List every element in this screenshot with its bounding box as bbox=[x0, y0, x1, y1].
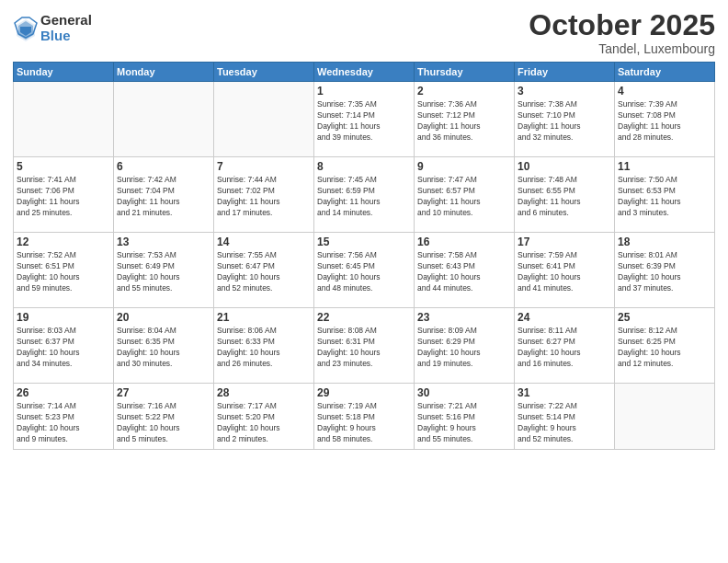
table-row: 13Sunrise: 7:53 AM Sunset: 6:49 PM Dayli… bbox=[114, 233, 214, 308]
day-number: 7 bbox=[217, 160, 311, 173]
day-number: 3 bbox=[518, 85, 611, 98]
table-row: 6Sunrise: 7:42 AM Sunset: 7:04 PM Daylig… bbox=[114, 157, 214, 233]
day-number: 17 bbox=[518, 236, 611, 248]
col-tuesday: Tuesday bbox=[214, 63, 314, 82]
day-number: 10 bbox=[518, 160, 611, 173]
day-number: 29 bbox=[317, 386, 411, 399]
day-info: Sunrise: 7:58 AM Sunset: 6:43 PM Dayligh… bbox=[417, 250, 511, 294]
day-number: 24 bbox=[518, 311, 611, 324]
day-info: Sunrise: 7:41 AM Sunset: 7:06 PM Dayligh… bbox=[17, 175, 110, 219]
day-number: 1 bbox=[317, 85, 411, 98]
table-row bbox=[615, 384, 715, 450]
day-info: Sunrise: 7:59 AM Sunset: 6:41 PM Dayligh… bbox=[518, 250, 611, 294]
day-number: 20 bbox=[117, 311, 210, 324]
day-info: Sunrise: 8:06 AM Sunset: 6:33 PM Dayligh… bbox=[217, 326, 311, 370]
table-row: 19Sunrise: 8:03 AM Sunset: 6:37 PM Dayli… bbox=[14, 308, 114, 384]
page-container: General Blue October 2025 Tandel, Luxemb… bbox=[0, 0, 728, 563]
table-row: 12Sunrise: 7:52 AM Sunset: 6:51 PM Dayli… bbox=[14, 233, 114, 308]
day-number: 15 bbox=[317, 236, 411, 248]
day-info: Sunrise: 7:38 AM Sunset: 7:10 PM Dayligh… bbox=[518, 99, 611, 144]
day-info: Sunrise: 7:52 AM Sunset: 6:51 PM Dayligh… bbox=[17, 250, 110, 294]
day-number: 16 bbox=[417, 236, 511, 248]
table-row: 10Sunrise: 7:48 AM Sunset: 6:55 PM Dayli… bbox=[515, 157, 615, 233]
table-row: 4Sunrise: 7:39 AM Sunset: 7:08 PM Daylig… bbox=[615, 82, 715, 157]
day-info: Sunrise: 7:50 AM Sunset: 6:53 PM Dayligh… bbox=[618, 175, 711, 219]
logo-text: General Blue bbox=[40, 13, 92, 43]
day-info: Sunrise: 8:12 AM Sunset: 6:25 PM Dayligh… bbox=[618, 326, 711, 370]
day-number: 12 bbox=[17, 236, 110, 248]
logo-blue-text: Blue bbox=[40, 29, 92, 44]
table-row bbox=[14, 82, 114, 157]
table-row bbox=[114, 82, 214, 157]
day-number: 31 bbox=[518, 386, 611, 399]
day-info: Sunrise: 8:03 AM Sunset: 6:37 PM Dayligh… bbox=[17, 326, 110, 370]
day-number: 23 bbox=[417, 311, 511, 324]
table-row: 8Sunrise: 7:45 AM Sunset: 6:59 PM Daylig… bbox=[314, 157, 415, 233]
day-info: Sunrise: 7:22 AM Sunset: 5:14 PM Dayligh… bbox=[518, 401, 611, 445]
day-info: Sunrise: 7:47 AM Sunset: 6:57 PM Dayligh… bbox=[417, 175, 511, 219]
title-block: October 2025 Tandel, Luxembourg bbox=[529, 9, 715, 56]
table-row: 26Sunrise: 7:14 AM Sunset: 5:23 PM Dayli… bbox=[14, 384, 114, 450]
day-info: Sunrise: 7:16 AM Sunset: 5:22 PM Dayligh… bbox=[117, 401, 210, 445]
day-number: 14 bbox=[217, 236, 311, 248]
day-number: 9 bbox=[417, 160, 511, 173]
table-row: 9Sunrise: 7:47 AM Sunset: 6:57 PM Daylig… bbox=[415, 157, 515, 233]
day-number: 11 bbox=[618, 160, 711, 173]
location: Tandel, Luxembourg bbox=[529, 41, 715, 56]
day-number: 21 bbox=[217, 311, 311, 324]
table-row bbox=[214, 82, 314, 157]
table-row: 27Sunrise: 7:16 AM Sunset: 5:22 PM Dayli… bbox=[114, 384, 214, 450]
table-row: 23Sunrise: 8:09 AM Sunset: 6:29 PM Dayli… bbox=[415, 308, 515, 384]
table-row: 24Sunrise: 8:11 AM Sunset: 6:27 PM Dayli… bbox=[515, 308, 615, 384]
table-row: 14Sunrise: 7:55 AM Sunset: 6:47 PM Dayli… bbox=[214, 233, 314, 308]
table-row: 2Sunrise: 7:36 AM Sunset: 7:12 PM Daylig… bbox=[415, 82, 515, 157]
day-number: 8 bbox=[317, 160, 411, 173]
day-info: Sunrise: 7:48 AM Sunset: 6:55 PM Dayligh… bbox=[518, 175, 611, 219]
day-info: Sunrise: 7:21 AM Sunset: 5:16 PM Dayligh… bbox=[417, 401, 511, 445]
day-info: Sunrise: 8:09 AM Sunset: 6:29 PM Dayligh… bbox=[417, 326, 511, 370]
table-row: 31Sunrise: 7:22 AM Sunset: 5:14 PM Dayli… bbox=[515, 384, 615, 450]
col-sunday: Sunday bbox=[14, 63, 114, 82]
day-info: Sunrise: 8:08 AM Sunset: 6:31 PM Dayligh… bbox=[317, 326, 411, 370]
day-number: 18 bbox=[618, 236, 711, 248]
table-row: 21Sunrise: 8:06 AM Sunset: 6:33 PM Dayli… bbox=[214, 308, 314, 384]
day-number: 28 bbox=[217, 386, 311, 399]
day-info: Sunrise: 7:53 AM Sunset: 6:49 PM Dayligh… bbox=[117, 250, 210, 294]
table-row: 15Sunrise: 7:56 AM Sunset: 6:45 PM Dayli… bbox=[314, 233, 415, 308]
day-info: Sunrise: 7:35 AM Sunset: 7:14 PM Dayligh… bbox=[317, 99, 411, 144]
month-title: October 2025 bbox=[529, 9, 715, 41]
day-info: Sunrise: 7:42 AM Sunset: 7:04 PM Dayligh… bbox=[117, 175, 210, 219]
day-number: 19 bbox=[17, 311, 110, 324]
day-number: 5 bbox=[17, 160, 110, 173]
day-info: Sunrise: 8:11 AM Sunset: 6:27 PM Dayligh… bbox=[518, 326, 611, 370]
day-number: 22 bbox=[317, 311, 411, 324]
day-number: 4 bbox=[618, 85, 711, 98]
table-row: 17Sunrise: 7:59 AM Sunset: 6:41 PM Dayli… bbox=[515, 233, 615, 308]
col-monday: Monday bbox=[114, 63, 214, 82]
day-number: 30 bbox=[417, 386, 511, 399]
table-row: 16Sunrise: 7:58 AM Sunset: 6:43 PM Dayli… bbox=[415, 233, 515, 308]
table-row: 29Sunrise: 7:19 AM Sunset: 5:18 PM Dayli… bbox=[314, 384, 415, 450]
day-number: 13 bbox=[117, 236, 210, 248]
day-number: 6 bbox=[117, 160, 210, 173]
day-info: Sunrise: 7:39 AM Sunset: 7:08 PM Dayligh… bbox=[618, 99, 711, 144]
day-info: Sunrise: 7:55 AM Sunset: 6:47 PM Dayligh… bbox=[217, 250, 311, 294]
day-info: Sunrise: 8:01 AM Sunset: 6:39 PM Dayligh… bbox=[618, 250, 711, 294]
table-row: 30Sunrise: 7:21 AM Sunset: 5:16 PM Dayli… bbox=[415, 384, 515, 450]
table-row: 20Sunrise: 8:04 AM Sunset: 6:35 PM Dayli… bbox=[114, 308, 214, 384]
header: General Blue October 2025 Tandel, Luxemb… bbox=[13, 9, 715, 56]
day-info: Sunrise: 7:45 AM Sunset: 6:59 PM Dayligh… bbox=[317, 175, 411, 219]
day-info: Sunrise: 7:56 AM Sunset: 6:45 PM Dayligh… bbox=[317, 250, 411, 294]
table-row: 11Sunrise: 7:50 AM Sunset: 6:53 PM Dayli… bbox=[615, 157, 715, 233]
table-row: 18Sunrise: 8:01 AM Sunset: 6:39 PM Dayli… bbox=[615, 233, 715, 308]
day-info: Sunrise: 7:19 AM Sunset: 5:18 PM Dayligh… bbox=[317, 401, 411, 445]
day-info: Sunrise: 7:44 AM Sunset: 7:02 PM Dayligh… bbox=[217, 175, 311, 219]
calendar-table: Sunday Monday Tuesday Wednesday Thursday… bbox=[13, 62, 715, 450]
table-row: 28Sunrise: 7:17 AM Sunset: 5:20 PM Dayli… bbox=[214, 384, 314, 450]
table-row: 7Sunrise: 7:44 AM Sunset: 7:02 PM Daylig… bbox=[214, 157, 314, 233]
table-row: 5Sunrise: 7:41 AM Sunset: 7:06 PM Daylig… bbox=[14, 157, 114, 233]
day-info: Sunrise: 7:14 AM Sunset: 5:23 PM Dayligh… bbox=[17, 401, 110, 445]
logo-general-text: General bbox=[40, 13, 92, 29]
table-row: 1Sunrise: 7:35 AM Sunset: 7:14 PM Daylig… bbox=[314, 82, 415, 157]
logo-icon bbox=[13, 16, 39, 41]
